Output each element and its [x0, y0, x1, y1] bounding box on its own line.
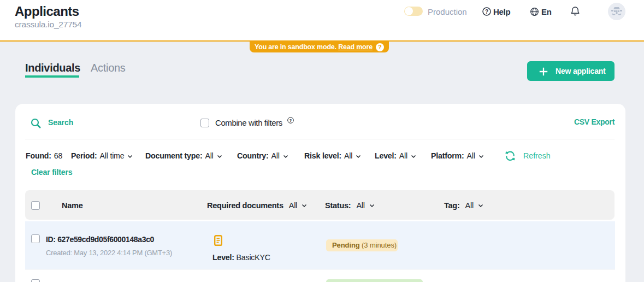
svg-text:?: ?	[485, 9, 488, 15]
svg-text:?: ?	[289, 118, 292, 123]
